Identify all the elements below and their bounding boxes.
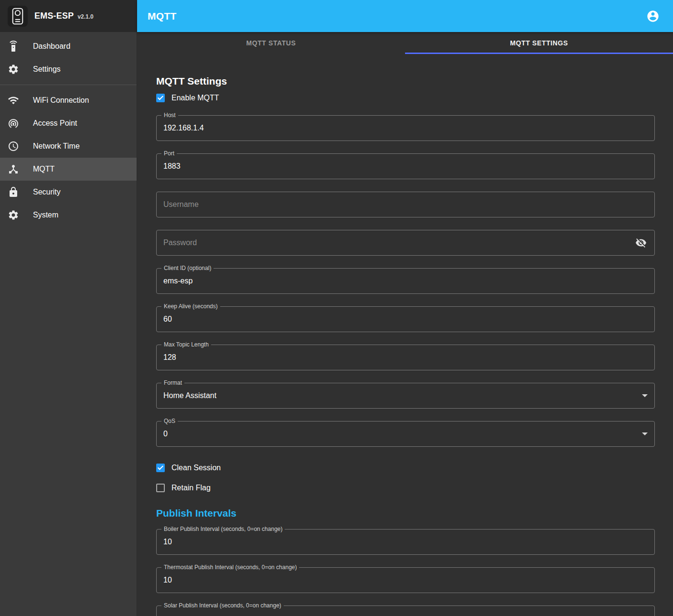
sidebar-item-label: Access Point: [33, 119, 77, 128]
gear-icon: [8, 209, 19, 221]
publish-intervals-heading: Publish Intervals: [156, 507, 655, 519]
tab-mqtt-settings[interactable]: MQTT SETTINGS: [405, 32, 673, 54]
lock-icon: [8, 186, 19, 198]
appbar: MQTT: [137, 0, 673, 32]
solar-publish-interval-label: Solar Publish Interval (seconds, 0=on ch…: [161, 602, 284, 609]
app-version: v2.1.0: [77, 13, 93, 20]
visibility-off-icon[interactable]: [634, 236, 648, 249]
format-select-label: Format: [161, 379, 184, 386]
sidebar-item-access-point[interactable]: Access Point: [0, 112, 137, 135]
enable-mqtt-checkbox[interactable]: [156, 94, 165, 102]
keep-alive-field: Keep Alive (seconds): [156, 306, 655, 332]
enable-mqtt-label: Enable MQTT: [171, 94, 219, 102]
sidebar-item-dashboard[interactable]: Dashboard: [0, 35, 137, 58]
username-input[interactable]: [163, 200, 648, 209]
qos-select-value: 0: [163, 430, 638, 438]
ems-esp-logo-icon: [8, 6, 28, 27]
client-id-input[interactable]: [163, 277, 648, 285]
max-topic-length-field: Max Topic Length: [156, 345, 655, 370]
format-select-value: Home Assistant: [163, 391, 638, 400]
host-field: Host: [156, 115, 655, 141]
wifi-tethering-icon: [8, 118, 19, 129]
solar-publish-interval-field: Solar Publish Interval (seconds, 0=on ch…: [156, 605, 655, 616]
boiler-publish-interval-label: Boiler Publish Interval (seconds, 0=on c…: [161, 526, 285, 532]
sidebar-item-label: WiFi Connection: [33, 96, 89, 105]
thermostat-publish-interval-input[interactable]: [163, 576, 648, 584]
sidebar-item-wifi-connection[interactable]: WiFi Connection: [0, 89, 137, 112]
thermostat-publish-interval-field: Thermostat Publish Interval (seconds, 0=…: [156, 567, 655, 593]
sidebar-item-mqtt[interactable]: MQTT: [0, 158, 137, 181]
host-input[interactable]: [163, 124, 648, 132]
max-topic-length-input[interactable]: [163, 353, 648, 362]
clean-session-checkbox-row[interactable]: Clean Session: [156, 459, 655, 476]
page-title: MQTT: [148, 11, 177, 22]
app-root: EMS-ESP v2.1.0 Dashboard Settings: [0, 0, 673, 616]
retain-flag-checkbox[interactable]: [156, 484, 165, 492]
host-field-label: Host: [161, 112, 178, 119]
remote-device-icon: [8, 41, 19, 52]
sidebar-item-network-time[interactable]: Network Time: [0, 135, 137, 158]
port-input[interactable]: [163, 162, 648, 171]
clean-session-checkbox[interactable]: [156, 464, 165, 472]
gear-icon: [8, 64, 19, 75]
port-field-label: Port: [161, 150, 177, 157]
sidebar-item-security[interactable]: Security: [0, 181, 137, 204]
mqtt-settings-panel: MQTT Settings Enable MQTT Host Port: [137, 54, 673, 616]
tab-mqtt-status[interactable]: MQTT STATUS: [137, 32, 405, 54]
enable-mqtt-checkbox-row[interactable]: Enable MQTT: [156, 87, 655, 108]
mqtt-settings-heading: MQTT Settings: [156, 75, 655, 87]
brand: EMS-ESP v2.1.0: [34, 11, 94, 21]
sidebar: EMS-ESP v2.1.0 Dashboard Settings: [0, 0, 137, 616]
tab-bar: MQTT STATUS MQTT SETTINGS: [137, 32, 673, 54]
main-area: MQTT MQTT STATUS MQTT SETTINGS MQTT Sett…: [137, 0, 673, 616]
password-input[interactable]: [163, 238, 630, 247]
username-field: [156, 192, 655, 217]
sidebar-divider: [0, 85, 137, 85]
solar-publish-interval-input[interactable]: [163, 614, 648, 616]
thermostat-publish-interval-label: Thermostat Publish Interval (seconds, 0=…: [161, 564, 299, 571]
password-field: [156, 230, 655, 256]
port-field: Port: [156, 153, 655, 179]
sidebar-item-label: Settings: [33, 65, 61, 74]
sidebar-item-label: Network Time: [33, 142, 80, 151]
sidebar-item-label: Security: [33, 188, 61, 196]
sidebar-item-label: Dashboard: [33, 42, 70, 51]
retain-flag-checkbox-row[interactable]: Retain Flag: [156, 479, 655, 497]
sidebar-header: EMS-ESP v2.1.0: [0, 0, 137, 32]
device-hub-icon: [8, 163, 19, 175]
sidebar-item-settings[interactable]: Settings: [0, 58, 137, 81]
sidebar-item-system[interactable]: System: [0, 204, 137, 227]
sidebar-item-label: System: [33, 211, 58, 219]
format-select[interactable]: Format Home Assistant: [156, 383, 655, 409]
client-id-field: Client ID (optional): [156, 268, 655, 294]
keep-alive-input[interactable]: [163, 315, 648, 324]
account-icon[interactable]: [643, 7, 662, 26]
client-id-field-label: Client ID (optional): [161, 265, 214, 271]
qos-select-label: QoS: [161, 418, 178, 424]
app-title: EMS-ESP: [34, 11, 74, 21]
clock-icon: [8, 140, 19, 152]
sidebar-item-label: MQTT: [33, 165, 54, 173]
boiler-publish-interval-field: Boiler Publish Interval (seconds, 0=on c…: [156, 529, 655, 555]
qos-select[interactable]: QoS 0: [156, 421, 655, 447]
sidebar-nav: Dashboard Settings WiFi Connection Acc: [0, 32, 137, 227]
keep-alive-field-label: Keep Alive (seconds): [161, 303, 220, 310]
boiler-publish-interval-input[interactable]: [163, 538, 648, 546]
chevron-down-icon: [642, 394, 648, 397]
max-topic-length-field-label: Max Topic Length: [161, 341, 211, 348]
wifi-icon: [8, 95, 19, 106]
chevron-down-icon: [642, 432, 648, 435]
clean-session-label: Clean Session: [171, 464, 221, 472]
retain-flag-label: Retain Flag: [171, 484, 211, 492]
